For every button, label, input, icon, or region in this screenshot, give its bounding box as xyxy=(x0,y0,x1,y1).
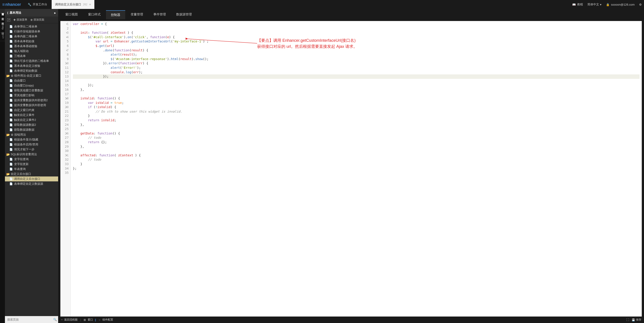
tree-item[interactable]: 📄获取数据源数据2 xyxy=(5,122,58,127)
rail-tab-http[interactable]: Http 接口 xyxy=(0,23,5,33)
line-gutter: 1 ▾23 ▾4 ▾567 ▾8910 ▾1112131415161718 ▾1… xyxy=(60,21,71,317)
tree-group[interactable]: 📂自定义后台接口 xyxy=(5,172,58,176)
search-input[interactable] xyxy=(6,317,53,322)
tree-item[interactable]: 📄行操作按钮超级表单 xyxy=(5,29,58,34)
tree-item[interactable]: 📄表单绑定自定义数据源 xyxy=(5,181,58,186)
tutorial-link[interactable]: 📖 教程 xyxy=(572,2,583,6)
sub-tab[interactable]: 变量管理 xyxy=(126,10,148,19)
tree-item[interactable]: 📄变字段查询 xyxy=(5,157,58,162)
file-icon: 📄 xyxy=(10,128,13,131)
file-icon: 📄 xyxy=(10,158,13,161)
header: ≡nhancer 🔧 开发工作台 调用自定义后台接口 262 × 📖 教程 简体… xyxy=(0,0,644,9)
file-icon: 📄 xyxy=(10,168,13,171)
rail-tab-nav[interactable]: 导航配置 xyxy=(0,14,5,18)
folder-icon: 📂 xyxy=(6,74,10,77)
tree-group[interactable]: 📂⚙组件用法-自定义窗口 xyxy=(5,73,58,78)
file-icon: 📄 xyxy=(10,104,13,107)
tree-item[interactable]: 📄根据条件启用/禁用 xyxy=(5,142,58,147)
tree-item[interactable]: 📄获取其他窗口变量数据 xyxy=(5,88,58,93)
tree-group[interactable]: 📂⚙按钮用法 xyxy=(5,132,58,137)
sub-tab[interactable]: 窗口视图 xyxy=(60,10,83,19)
user-menu[interactable]: 🔒 soooon@126.com xyxy=(606,3,634,6)
add-page-action[interactable]: ⊕添加页面 xyxy=(30,18,44,22)
file-icon: 📄 xyxy=(10,59,13,62)
tree-item[interactable]: 📄提供变量数据供外部使用2 xyxy=(5,98,58,103)
close-icon[interactable]: × xyxy=(89,3,91,6)
tree-item[interactable]: 📄表单绑定初始数据 xyxy=(5,68,58,73)
tab-title: 调用自定义后台接口 xyxy=(55,2,81,6)
tree-item[interactable]: 📄弹出可多行选择的二维表单 xyxy=(5,58,58,63)
bc-window[interactable]: 窗口 xyxy=(88,318,93,322)
gear-icon[interactable]: ⚙ xyxy=(639,3,642,6)
sub-tab[interactable]: 事件管理 xyxy=(148,10,171,19)
language-dropdown[interactable]: 简体中文 ▾ xyxy=(588,2,602,6)
tree-item[interactable]: 📄表单内嵌二维表单 xyxy=(5,34,58,39)
search-icon[interactable]: 🔍 xyxy=(53,318,57,321)
logo: ≡nhancer xyxy=(2,2,21,7)
sub-tab[interactable]: 窗口样式 xyxy=(83,10,106,19)
search-bar: 🔍 xyxy=(5,316,58,323)
expand-action[interactable]: ↗ xyxy=(7,18,10,21)
tree-item[interactable]: 📄基本表单自定义校验 xyxy=(5,63,58,68)
tree-item[interactable]: 📄自定义窗口约束 xyxy=(5,108,58,113)
tree-item[interactable]: 📄自由窗口(copy) xyxy=(5,83,58,88)
tree-group[interactable]: 📂SQL标识符变量用法 xyxy=(5,152,58,157)
code-area[interactable]: var controller = { init: function( zCont… xyxy=(71,21,642,317)
file-icon: 📄 xyxy=(10,25,13,28)
tree-item[interactable]: 📄变字段更新 xyxy=(5,162,58,167)
open-tab[interactable]: 调用自定义后台接口 262 × xyxy=(52,0,94,9)
add-menu-action[interactable]: ✚添加菜单 xyxy=(14,18,27,22)
save-button[interactable]: 💾 保存 xyxy=(632,318,641,322)
tree-item[interactable]: 📄基本表单基础校验 xyxy=(5,44,58,49)
grid-icon: ⊞ xyxy=(84,318,86,322)
user-email: soooon@126.com xyxy=(611,3,634,6)
file-icon: 📄 xyxy=(10,69,13,72)
sub-tab[interactable]: 数据源管理 xyxy=(171,10,197,19)
file-icon: 📄 xyxy=(10,182,13,185)
tree-item[interactable]: 📄根据条件显示/隐藏 xyxy=(5,137,58,142)
sidebar-actions: ↗ ✚添加菜单 ⊕添加页面 xyxy=(5,16,58,23)
editor: 1 ▾23 ▾4 ▾567 ▾8910 ▾1112131415161718 ▾1… xyxy=(60,21,642,317)
file-icon: 📄 xyxy=(10,50,13,53)
file-icon: 📄 xyxy=(10,99,13,102)
sidebar-rail: 页面管理 导航配置 全局配置 Http 接口 </> xyxy=(0,9,5,323)
bc-config[interactable]: 组件配置 xyxy=(102,318,113,322)
file-icon: 📄 xyxy=(10,148,13,151)
file-icon: 📄 xyxy=(10,89,13,92)
language-label: 简体中文 xyxy=(588,2,599,6)
tree-item[interactable]: 📄触发自定义事件 xyxy=(5,113,58,117)
tree-item[interactable]: 📄输入域联动 xyxy=(5,49,58,54)
folder-icon: 📂 xyxy=(6,153,10,156)
chevron-down-icon: ▾ xyxy=(600,3,602,6)
breadcrumb: ⊞ 窗口 ‖ → 组件配置 xyxy=(84,318,113,322)
rail-tab-global[interactable]: 全局配置 xyxy=(0,18,5,23)
sub-tab[interactable]: 控制器 xyxy=(106,10,125,19)
tree-item[interactable]: 📄触发自定义事件2 xyxy=(5,117,58,122)
tree-item[interactable]: 📄表单弹出二维表单 xyxy=(5,24,58,29)
tree-item[interactable]: 📄年表查询 xyxy=(5,167,58,172)
book-icon: 📖 xyxy=(572,3,576,6)
file-icon: 📄 xyxy=(10,30,13,33)
tree-item[interactable]: 📄自由窗口 xyxy=(5,78,58,83)
rail-tab-code[interactable]: </> xyxy=(0,33,5,41)
wrench-icon: 🔧 xyxy=(28,3,31,6)
collapse-icon[interactable]: ⟨ xyxy=(7,11,8,14)
logo-text: nhancer xyxy=(5,2,21,7)
file-icon: 📄 xyxy=(10,84,13,87)
file-icon: 📄 xyxy=(10,109,13,112)
tree-item[interactable]: 📄调用自定义后台接口 xyxy=(5,176,58,181)
footer: ← 返回流程图 | ⊞ 窗口 ‖ → 组件配置 ⛶ 💾 保存 xyxy=(58,317,644,323)
workspace-link[interactable]: 🔧 开发工作台 xyxy=(28,2,47,6)
tree-item[interactable]: 📄填完才能下一步 xyxy=(5,147,58,152)
tree-item[interactable]: 📄受其他窗口影响 xyxy=(5,93,58,98)
rail-tab-pages[interactable]: 页面管理 xyxy=(0,9,5,14)
file-icon: 📄 xyxy=(10,54,13,58)
expand-button[interactable]: ⛶ xyxy=(626,318,629,322)
tree-item[interactable]: 📄获取数据源数据 xyxy=(5,127,58,132)
back-link[interactable]: ← 返回流程图 xyxy=(61,318,78,322)
play-icon[interactable]: ▸ xyxy=(54,11,56,14)
tree-item[interactable]: 📄提供变量数据供外部使用 xyxy=(5,103,58,108)
tree-item[interactable]: 📄基本表单初始值 xyxy=(5,39,58,44)
plus-circle-icon: ⊕ xyxy=(30,18,33,21)
tree-item[interactable]: 📄三维表单 xyxy=(5,54,58,58)
